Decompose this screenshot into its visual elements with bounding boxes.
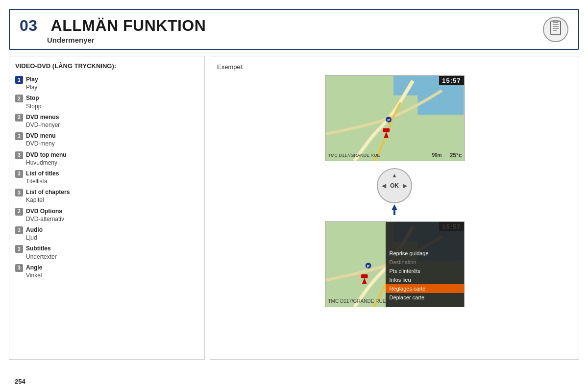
screen2-road: TMC D117/GRANDE RUE [328,298,386,304]
menu-item-secondary: DVD-menyer [26,121,60,129]
svg-rect-20 [361,274,368,278]
menu-item-primary: Play [26,75,38,83]
menu-item-primary: DVD menu [26,132,56,140]
screen1-distance: 90m [432,152,441,158]
header-icon-button[interactable] [543,17,568,42]
menu-item-text: DVD top menuHuvudmeny [26,151,67,167]
menu-item-text: DVD menuDVD-meny [26,132,56,147]
screen1-temp: 25°c [450,152,462,159]
document-icon [549,20,563,39]
menu-item-secondary: Play [26,83,38,91]
menu-item-primary: DVD top menu [26,151,67,159]
menu-badge: 3 [15,132,23,140]
list-item: 1PlayPlay [15,75,198,91]
menu-item-text: StopStopp [26,94,41,110]
menu-badge: 2 [15,114,23,122]
menu-item-secondary: Ljud [26,234,43,242]
list-item: 3AudioLjud [15,226,198,242]
left-panel-title: VIDEO-DVD (LÅNG TRYCKNING): [15,62,198,70]
list-item: 2DVD menusDVD-menyer [15,113,198,129]
menu-item-primary: DVD menus [26,113,60,121]
list-item: 3DVD menuDVD-meny [15,132,198,147]
navigation-screen-2: P 15:57 Reprise guidageDestinationPts d'… [325,221,465,307]
screen2-menu-item[interactable]: Reprise guidage [386,249,464,258]
chapter-title: ALLMÄN FUNKTION [51,17,206,34]
right-panel: Exempel: P 15:57 TMC [210,56,579,360]
page-number: 254 [15,378,25,385]
menu-badge: 3 [15,264,23,272]
menu-item-text: AudioLjud [26,226,43,242]
screen2-menu-overlay: Reprise guidageDestinationPts d'intérêts… [386,222,464,307]
menu-item-secondary: Undertexter [26,253,57,261]
menu-badge: 3 [15,151,23,159]
menu-item-primary: Subtitles [26,245,57,252]
header-subtitle: Undermenyer [20,36,568,44]
menu-item-primary: Audio [26,226,43,234]
menu-item-text: PlayPlay [26,75,38,91]
main-content: VIDEO-DVD (LÅNG TRYCKNING): 1PlayPlay2St… [9,56,579,360]
svg-rect-0 [551,21,561,35]
screen1-road: TMC D117/GRANDE RUE [328,153,380,158]
svg-rect-1 [551,21,561,35]
menu-item-text: DVD menusDVD-menyer [26,113,60,129]
svg-text:P: P [387,118,390,122]
example-label: Exempel: [217,63,244,71]
menu-item-secondary: Stopp [26,102,41,110]
header-title: 03 ALLMÄN FUNKTION [20,17,568,35]
ok-label: OK [390,182,399,189]
menu-badge: 2 [15,208,23,216]
screen2-menu-item[interactable]: Destination [386,258,464,267]
ok-dial[interactable]: ▲ ◀ OK ▶ [377,168,412,203]
menu-item-secondary: Huvudmeny [26,159,67,167]
menu-item-text: DVD OptionsDVD-alternativ [26,207,64,223]
menu-item-primary: Angle [26,264,42,271]
menu-item-text: AngleVinkel [26,264,42,279]
menu-item-primary: List of chapters [26,188,70,196]
list-item: 3SubtitlesUndertexter [15,245,198,260]
navigation-screen-1: P 15:57 TMC D117/GRANDE RUE 90m 25°c [325,75,465,161]
menu-badge: 3 [15,226,23,234]
list-item: 3List of titlesTitellista [15,170,198,185]
menu-item-primary: List of titles [26,170,59,177]
control-dial-container: ▲ ◀ OK ▶ [377,161,412,221]
screen2-menu-item[interactable]: Pts d'intérêts [386,267,464,275]
screen2-menu-item[interactable]: Réglages carte [386,284,464,293]
menu-badge: 3 [15,189,23,196]
svg-rect-11 [383,128,390,132]
left-panel: VIDEO-DVD (LÅNG TRYCKNING): 1PlayPlay2St… [9,56,205,360]
menu-badge: 3 [15,170,23,178]
list-item: 2DVD OptionsDVD-alternativ [15,207,198,223]
menu-item-text: SubtitlesUndertexter [26,245,57,260]
screen1-time: 15:57 [439,76,464,85]
list-item: 3AngleVinkel [15,264,198,279]
svg-rect-6 [553,20,558,23]
menu-item-text: List of titlesTitellista [26,170,59,185]
menu-badge: 2 [15,95,23,102]
menu-item-primary: Stop [26,94,41,102]
chapter-number: 03 [20,17,38,34]
menu-item-text: List of chaptersKapitel [26,188,70,204]
menu-item-secondary: Kapitel [26,196,70,204]
menu-item-primary: DVD Options [26,207,64,215]
page-header: 03 ALLMÄN FUNKTION Undermenyer [9,9,579,50]
menu-badge: 3 [15,245,23,253]
menu-item-secondary: Vinkel [26,271,42,279]
menu-items-list: 1PlayPlay2StopStopp2DVD menusDVD-menyer3… [15,75,198,279]
down-arrow-icon [390,204,399,217]
menu-badge: 1 [15,76,23,84]
menu-item-secondary: DVD-alternativ [26,215,64,223]
svg-text:P: P [367,264,369,269]
screen2-temp: 25°c [450,298,462,305]
screen2-menu-item[interactable]: Infos lieu [386,275,464,284]
list-item: 3DVD top menuHuvudmeny [15,151,198,167]
list-item: 3List of chaptersKapitel [15,188,198,204]
svg-rect-15 [393,209,395,215]
menu-item-secondary: Titellista [26,177,59,185]
list-item: 2StopStopp [15,94,198,110]
menu-item-secondary: DVD-meny [26,140,56,147]
